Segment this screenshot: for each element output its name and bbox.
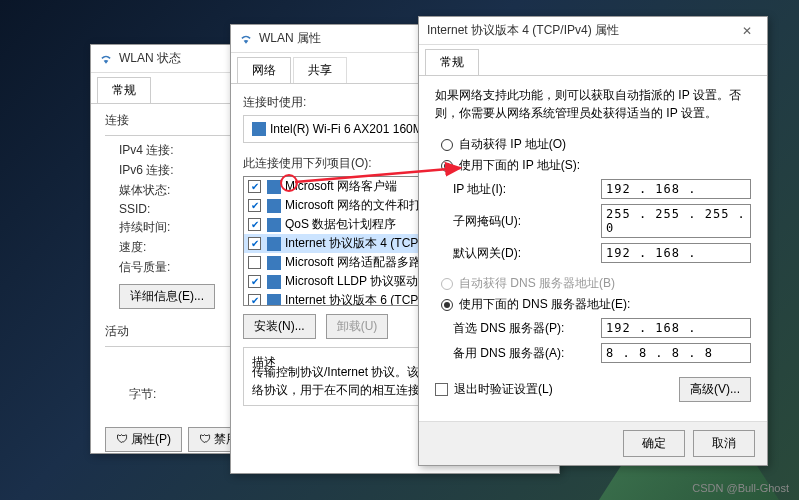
ok-button[interactable]: 确定	[623, 430, 685, 457]
wifi-icon	[99, 52, 113, 66]
titlebar: Internet 协议版本 4 (TCP/IPv4) 属性 ✕	[419, 17, 767, 45]
dns1-input[interactable]: 192 . 168 .	[601, 318, 751, 338]
checkbox[interactable]: ✔	[248, 180, 261, 193]
install-button[interactable]: 安装(N)...	[243, 314, 316, 339]
adapter-icon	[252, 122, 266, 136]
tab-general[interactable]: 常规	[97, 77, 151, 103]
media-label: 媒体状态:	[119, 182, 170, 199]
ipv6-label: IPv6 连接:	[119, 162, 174, 179]
gateway-label: 默认网关(D):	[453, 245, 521, 262]
annotation-arrow-icon	[290, 120, 470, 190]
component-icon	[267, 275, 281, 289]
tabs: 常规	[419, 45, 767, 76]
properties-button[interactable]: 🛡属性(P)	[105, 427, 182, 452]
auto-ip-label: 自动获得 IP 地址(O)	[459, 136, 566, 153]
subnet-mask-label: 子网掩码(U):	[453, 213, 521, 230]
checkbox[interactable]: ✔	[248, 275, 261, 288]
advanced-button[interactable]: 高级(V)...	[679, 377, 751, 402]
details-button[interactable]: 详细信息(E)...	[119, 284, 215, 309]
dns2-input[interactable]: 8 . 8 . 8 . 8	[601, 343, 751, 363]
tab-network[interactable]: 网络	[237, 57, 291, 83]
signal-label: 信号质量:	[119, 259, 170, 276]
checkbox[interactable]: ✔	[248, 199, 261, 212]
annotation-circle-icon	[280, 174, 298, 192]
uninstall-button[interactable]: 卸载(U)	[326, 314, 389, 339]
watermark: CSDN @Bull-Ghost	[692, 482, 789, 494]
window-title: Internet 协议版本 4 (TCP/IPv4) 属性	[427, 22, 735, 39]
bytes-label: 字节:	[129, 386, 156, 403]
close-icon[interactable]: ✕	[735, 24, 759, 38]
ssid-label: SSID:	[119, 202, 150, 216]
tab-sharing[interactable]: 共享	[293, 57, 347, 83]
manual-ip-label: 使用下面的 IP 地址(S):	[459, 157, 580, 174]
checkbox[interactable]: ✔	[248, 294, 261, 306]
gateway-input[interactable]: 192 . 168 .	[601, 243, 751, 263]
component-icon	[267, 218, 281, 232]
item-label: QoS 数据包计划程序	[285, 216, 396, 233]
duration-label: 持续时间:	[119, 219, 170, 236]
wifi-icon	[239, 32, 253, 46]
speed-label: 速度:	[119, 239, 146, 256]
subnet-mask-input[interactable]: 255 . 255 . 255 . 0	[601, 204, 751, 238]
component-icon	[267, 199, 281, 213]
svg-line-0	[295, 168, 460, 182]
dns1-label: 首选 DNS 服务器(P):	[453, 320, 564, 337]
manual-dns-radio[interactable]	[441, 299, 453, 311]
cancel-button[interactable]: 取消	[693, 430, 755, 457]
validate-label: 退出时验证设置(L)	[454, 381, 553, 398]
checkbox[interactable]	[248, 256, 261, 269]
component-icon	[267, 237, 281, 251]
ip-address-input[interactable]: 192 . 168 .	[601, 179, 751, 199]
checkbox[interactable]: ✔	[248, 218, 261, 231]
tab-general[interactable]: 常规	[425, 49, 479, 75]
component-icon	[267, 256, 281, 270]
manual-dns-label: 使用下面的 DNS 服务器地址(E):	[459, 296, 630, 313]
ipv4-label: IPv4 连接:	[119, 142, 174, 159]
component-icon	[267, 294, 281, 307]
ipv4-properties-window: Internet 协议版本 4 (TCP/IPv4) 属性 ✕ 常规 如果网络支…	[418, 16, 768, 466]
auto-dns-radio	[441, 278, 453, 290]
component-icon	[267, 180, 281, 194]
validate-checkbox[interactable]	[435, 383, 448, 396]
checkbox[interactable]: ✔	[248, 237, 261, 250]
intro-text: 如果网络支持此功能，则可以获取自动指派的 IP 设置。否则，你需要从网络系统管理…	[435, 86, 751, 122]
dns2-label: 备用 DNS 服务器(A):	[453, 345, 564, 362]
auto-dns-label: 自动获得 DNS 服务器地址(B)	[459, 275, 615, 292]
